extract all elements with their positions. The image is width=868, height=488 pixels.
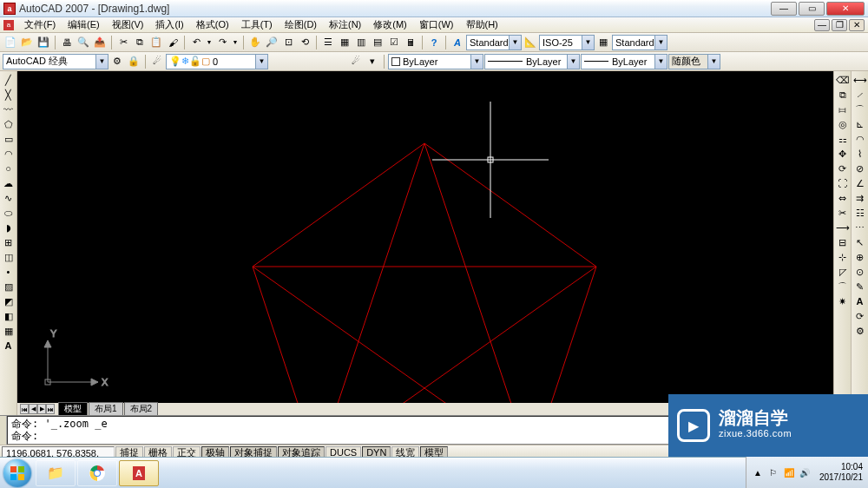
redo-dd[interactable]: ▼: [231, 35, 240, 50]
calc-icon[interactable]: 🖩: [403, 35, 418, 50]
markup-icon[interactable]: ☑: [386, 35, 402, 50]
erase-icon[interactable]: ⌫: [836, 73, 850, 87]
help-icon[interactable]: ?: [426, 35, 442, 50]
circle-icon[interactable]: ○: [2, 162, 16, 175]
arc-icon[interactable]: ◠: [2, 147, 16, 161]
open-icon[interactable]: 📂: [19, 35, 35, 50]
lineweight-combo[interactable]: ByLayer▼: [581, 54, 667, 69]
cmd-handle[interactable]: [0, 416, 7, 445]
dc-icon[interactable]: ▦: [337, 35, 352, 50]
explode-icon[interactable]: ✷: [836, 294, 850, 308]
dimjog-icon[interactable]: ⌇: [853, 147, 867, 161]
layer-state-icon[interactable]: ▾: [365, 54, 380, 69]
tray-vol-icon[interactable]: 🔊: [799, 466, 811, 478]
line-icon[interactable]: ╱: [2, 73, 16, 87]
doc-minimize[interactable]: —: [814, 19, 830, 31]
tray-flag-icon[interactable]: ⚐: [767, 466, 779, 478]
menu-tools[interactable]: 工具(T): [236, 18, 278, 31]
maximize-button[interactable]: ▭: [799, 2, 825, 16]
tab-layout2[interactable]: 布局2: [124, 402, 159, 415]
tray-up-icon[interactable]: ▲: [752, 466, 764, 478]
drawing-canvas[interactable]: Y X ⏮ ◀ ▶ ⏭ 模型 布局1 布局2: [17, 71, 833, 415]
extend-icon[interactable]: ⟶: [836, 221, 850, 234]
print-icon[interactable]: 🖶: [59, 35, 75, 50]
props-icon[interactable]: ☰: [320, 35, 336, 50]
publish-icon[interactable]: 📤: [92, 35, 108, 50]
cmd-scroll[interactable]: [854, 416, 868, 445]
layer-prev-icon[interactable]: ☄: [348, 54, 364, 69]
offset-icon[interactable]: ◎: [836, 117, 850, 131]
dimdia-icon[interactable]: ⊘: [853, 162, 867, 175]
menu-file[interactable]: 文件(F): [19, 18, 61, 31]
dim-style-combo[interactable]: ISO-25▼: [539, 35, 595, 50]
leader-icon[interactable]: ↖: [853, 235, 867, 249]
tol-icon[interactable]: ⊕: [853, 250, 867, 264]
task-autocad[interactable]: A: [119, 460, 159, 486]
menu-view[interactable]: 视图(V): [107, 18, 149, 31]
qdim-icon[interactable]: ⇉: [853, 191, 867, 205]
menu-edit[interactable]: 编辑(E): [62, 18, 105, 31]
zoom-win-icon[interactable]: ⊡: [280, 35, 296, 50]
zoom-rt-icon[interactable]: 🔎: [264, 35, 279, 50]
cut-icon[interactable]: ✂: [115, 35, 131, 50]
dimedit-icon[interactable]: ✎: [853, 280, 867, 293]
doc-close[interactable]: ✕: [849, 19, 865, 31]
ellipsearc-icon[interactable]: ◗: [2, 221, 16, 234]
copy-icon[interactable]: ⧉: [132, 35, 148, 50]
center-icon[interactable]: ⊙: [853, 265, 867, 279]
copy2-icon[interactable]: ⧉: [836, 88, 850, 102]
minimize-button[interactable]: —: [771, 2, 797, 16]
trim-icon[interactable]: ✂: [836, 206, 850, 220]
close-button[interactable]: ✕: [826, 2, 865, 16]
tab-next[interactable]: ▶: [37, 404, 46, 414]
break-icon[interactable]: ⊟: [836, 235, 850, 249]
gradient-icon[interactable]: ◩: [2, 294, 16, 308]
tab-layout1[interactable]: 布局1: [89, 402, 123, 415]
rotate-icon[interactable]: ⟳: [836, 162, 850, 175]
tablestyle-icon[interactable]: ▦: [595, 35, 611, 50]
dimbase-icon[interactable]: ☷: [853, 206, 867, 220]
redo-icon[interactable]: ↷: [214, 35, 230, 50]
linetype-combo[interactable]: ByLayer▼: [484, 54, 580, 69]
move-icon[interactable]: ✥: [836, 147, 850, 161]
command-line[interactable]: 命令: '_.zoom _e 命令:: [7, 416, 854, 445]
undo-icon[interactable]: ↶: [188, 35, 204, 50]
zoom-prev-icon[interactable]: ⟲: [297, 35, 312, 50]
table-icon[interactable]: ▦: [2, 324, 16, 338]
dimstyle2-icon[interactable]: ⚙: [853, 324, 867, 338]
tray-net-icon[interactable]: 📶: [783, 466, 795, 478]
spline-icon[interactable]: ∿: [2, 191, 16, 205]
workspace-combo[interactable]: AutoCAD 经典▼: [3, 54, 108, 69]
new-icon[interactable]: 📄: [3, 35, 18, 50]
workspace-lock-icon[interactable]: 🔒: [126, 54, 141, 69]
menu-dimension[interactable]: 标注(N): [324, 18, 366, 31]
mtext-icon[interactable]: A: [2, 339, 16, 353]
menu-insert[interactable]: 插入(I): [150, 18, 188, 31]
pline-icon[interactable]: 〰: [2, 102, 16, 116]
hatch-icon[interactable]: ▨: [2, 280, 16, 293]
array-icon[interactable]: ⚏: [836, 132, 850, 146]
fillet-icon[interactable]: ⌒: [836, 280, 850, 293]
dimrad-icon[interactable]: ◠: [853, 132, 867, 146]
revcloud-icon[interactable]: ☁: [2, 176, 16, 190]
rect-icon[interactable]: ▭: [2, 132, 16, 146]
start-button[interactable]: [0, 458, 35, 489]
layer-manager-icon[interactable]: ☄: [149, 54, 165, 69]
menu-help[interactable]: 帮助(H): [461, 18, 503, 31]
menu-window[interactable]: 窗口(W): [414, 18, 459, 31]
xline-icon[interactable]: ╳: [2, 88, 16, 102]
undo-dd[interactable]: ▼: [205, 35, 214, 50]
dimtext-icon[interactable]: A: [853, 294, 867, 308]
paste-icon[interactable]: 📋: [148, 35, 164, 50]
dimcont-icon[interactable]: ⋯: [853, 221, 867, 234]
tab-model[interactable]: 模型: [58, 402, 88, 415]
doc-restore[interactable]: ❐: [832, 19, 847, 31]
task-explorer[interactable]: 📁: [36, 460, 76, 486]
stretch-icon[interactable]: ⇔: [836, 191, 850, 205]
match-icon[interactable]: 🖌: [165, 35, 181, 50]
polygon-icon[interactable]: ⬠: [2, 117, 16, 131]
dimlin-icon[interactable]: ⟷: [853, 73, 867, 87]
point-icon[interactable]: •: [2, 265, 16, 279]
menu-draw[interactable]: 绘图(D): [279, 18, 322, 31]
layer-combo[interactable]: 💡❄🔓▢ 0▼: [166, 54, 268, 69]
